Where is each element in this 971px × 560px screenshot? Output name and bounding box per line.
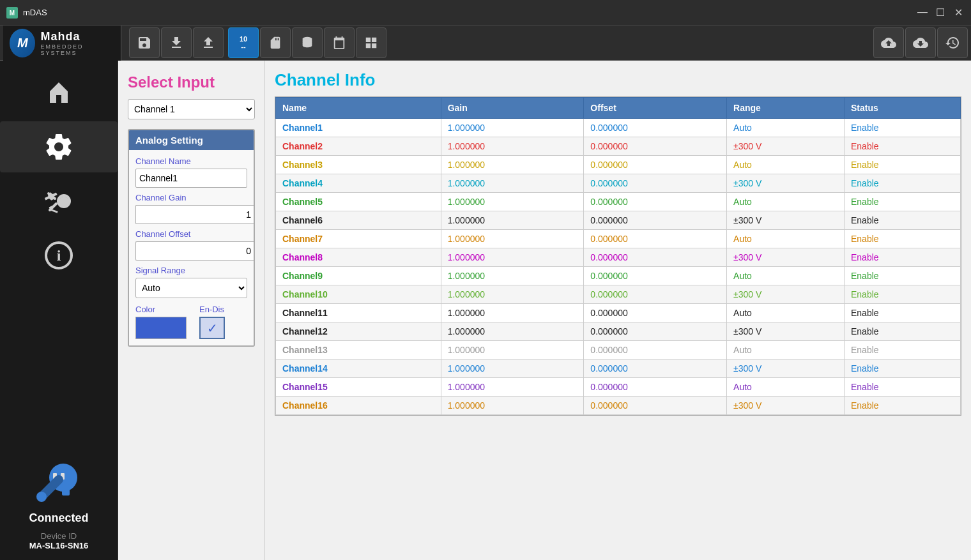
cell-range: Auto: [727, 193, 845, 211]
maximize-button[interactable]: ☐: [934, 6, 947, 19]
channel-table-container[interactable]: Name Gain Offset Range Status Channel1 1…: [275, 96, 961, 416]
table-row[interactable]: Channel10 1.000000 0.000000 ±300 V Enabl…: [276, 285, 961, 304]
channel-gain-up[interactable]: ▲: [254, 205, 255, 215]
channel-name-input[interactable]: [135, 169, 247, 188]
history-button[interactable]: [937, 27, 968, 58]
cell-status: Enable: [844, 193, 960, 211]
cell-gain: 1.000000: [441, 285, 584, 304]
channel-gain-down[interactable]: ▼: [254, 215, 255, 224]
database-button[interactable]: [292, 27, 323, 58]
color-endis-row: Color En-Dis ✓: [135, 305, 247, 339]
cell-offset: 0.000000: [584, 341, 727, 359]
cell-offset: 0.000000: [584, 267, 727, 285]
cell-range: ±300 V: [727, 322, 845, 341]
cloud-upload-button[interactable]: [873, 27, 904, 58]
table-row[interactable]: Channel2 1.000000 0.000000 ±300 V Enable: [276, 137, 961, 156]
download-button[interactable]: [161, 27, 192, 58]
channel-offset-input[interactable]: [135, 241, 254, 261]
cell-name: Channel14: [276, 359, 441, 378]
cell-gain: 1.000000: [441, 248, 584, 267]
color-label: Color: [135, 305, 187, 314]
gear-icon: [43, 132, 74, 162]
channel-gain-input[interactable]: [135, 205, 254, 224]
table-row[interactable]: Channel9 1.000000 0.000000 Auto Enable: [276, 267, 961, 285]
cell-name: Channel10: [276, 285, 441, 304]
cell-status: Enable: [844, 174, 960, 193]
cell-offset: 0.000000: [584, 174, 727, 193]
cloud-download-button[interactable]: [905, 27, 936, 58]
cell-status: Enable: [844, 119, 960, 137]
app-title: mDAS: [23, 8, 916, 17]
analog-setting-box: Analog Setting Channel Name Channel Gain…: [128, 129, 255, 347]
cell-status: Enable: [844, 397, 960, 415]
sidebar-item-tools[interactable]: [0, 176, 118, 227]
table-row[interactable]: Channel12 1.000000 0.000000 ±300 V Enabl…: [276, 322, 961, 341]
channel-table-body: Channel1 1.000000 0.000000 Auto Enable C…: [276, 119, 961, 415]
toolbar-left-group: [129, 27, 224, 58]
cell-offset: 0.000000: [584, 359, 727, 378]
svg-rect-10: [62, 484, 70, 496]
table-row[interactable]: Channel13 1.000000 0.000000 Auto Enable: [276, 341, 961, 359]
sidebar-item-info[interactable]: i: [0, 230, 118, 281]
cell-range: ±300 V: [727, 285, 845, 304]
endis-checkbox[interactable]: ✓: [199, 317, 225, 339]
table-row[interactable]: Channel1 1.000000 0.000000 Auto Enable: [276, 119, 961, 137]
table-row[interactable]: Channel4 1.000000 0.000000 ±300 V Enable: [276, 174, 961, 193]
endis-section: En-Dis ✓: [199, 305, 225, 339]
cell-name: Channel8: [276, 248, 441, 267]
save-button[interactable]: [129, 27, 160, 58]
svg-point-14: [36, 492, 47, 502]
channel-table-header-row: Name Gain Offset Range Status: [276, 98, 961, 119]
cell-range: ±300 V: [727, 397, 845, 415]
close-button[interactable]: ✕: [952, 6, 965, 19]
sidebar: i Connected Device ID MA-SL16-SN16: [0, 61, 118, 560]
upload-button[interactable]: [193, 27, 224, 58]
table-row[interactable]: Channel5 1.000000 0.000000 Auto Enable: [276, 193, 961, 211]
cell-offset: 0.000000: [584, 322, 727, 341]
table-row[interactable]: Channel7 1.000000 0.000000 Auto Enable: [276, 230, 961, 248]
table-row[interactable]: Channel11 1.000000 0.000000 Auto Enable: [276, 304, 961, 322]
channel-offset-up[interactable]: ▲: [254, 241, 255, 251]
grid-button[interactable]: [356, 27, 386, 58]
cell-gain: 1.000000: [441, 341, 584, 359]
signal-range-label: Signal Range: [135, 266, 247, 275]
table-row[interactable]: Channel6 1.000000 0.000000 ±300 V Enable: [276, 211, 961, 230]
channel-offset-down[interactable]: ▼: [254, 251, 255, 261]
cell-name: Channel6: [276, 211, 441, 230]
sidebar-item-settings[interactable]: [0, 121, 118, 172]
signal-range-select[interactable]: Auto ±300 V: [135, 278, 247, 298]
cell-offset: 0.000000: [584, 211, 727, 230]
minimize-button[interactable]: —: [916, 6, 929, 19]
channel-offset-spinner: ▲ ▼: [135, 241, 247, 261]
cell-gain: 1.000000: [441, 230, 584, 248]
channel-select[interactable]: Channel 1 Channel 2 Channel 3 Channel 4 …: [128, 99, 255, 119]
cell-status: Enable: [844, 248, 960, 267]
cell-status: Enable: [844, 156, 960, 174]
channel-table: Name Gain Offset Range Status Channel1 1…: [275, 97, 961, 415]
table-row[interactable]: Channel16 1.000000 0.000000 ±300 V Enabl…: [276, 397, 961, 415]
svg-line-13: [43, 480, 59, 496]
cell-range: ±300 V: [727, 174, 845, 193]
channel-name-label: Channel Name: [135, 156, 247, 166]
sidebar-item-home[interactable]: [0, 67, 118, 118]
color-swatch[interactable]: [135, 317, 187, 339]
table-row[interactable]: Channel14 1.000000 0.000000 ±300 V Enabl…: [276, 359, 961, 378]
cell-name: Channel4: [276, 174, 441, 193]
table-row[interactable]: Channel8 1.000000 0.000000 ±300 V Enable: [276, 248, 961, 267]
calendar-button[interactable]: [324, 27, 355, 58]
toolbar: M Mahda EMBEDDED SYSTEMS 10--: [0, 26, 971, 61]
cell-status: Enable: [844, 211, 960, 230]
cell-name: Channel13: [276, 341, 441, 359]
col-range: Range: [727, 98, 845, 119]
table-row[interactable]: Channel15 1.000000 0.000000 Auto Enable: [276, 378, 961, 397]
cell-status: Enable: [844, 285, 960, 304]
sd-button[interactable]: [260, 27, 291, 58]
table-row[interactable]: Channel3 1.000000 0.000000 Auto Enable: [276, 156, 961, 174]
cell-name: Channel15: [276, 378, 441, 397]
cell-name: Channel5: [276, 193, 441, 211]
cell-name: Channel11: [276, 304, 441, 322]
data-button[interactable]: 10--: [228, 27, 259, 58]
cell-offset: 0.000000: [584, 304, 727, 322]
cell-offset: 0.000000: [584, 137, 727, 156]
endis-label: En-Dis: [199, 305, 225, 314]
